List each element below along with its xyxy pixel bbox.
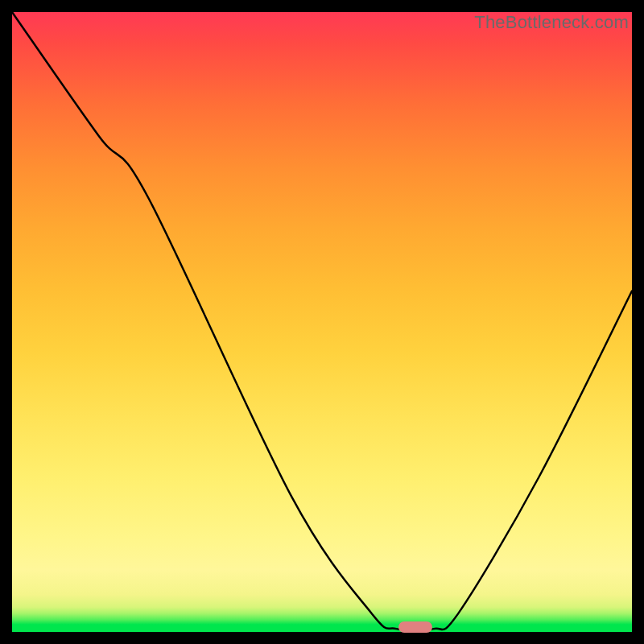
attribution-watermark: TheBottleneck.com <box>474 12 629 33</box>
bottleneck-curve <box>12 12 632 632</box>
chart-frame: TheBottleneck.com <box>0 0 644 644</box>
optimum-marker <box>398 621 432 633</box>
plot-area: TheBottleneck.com <box>12 12 632 632</box>
